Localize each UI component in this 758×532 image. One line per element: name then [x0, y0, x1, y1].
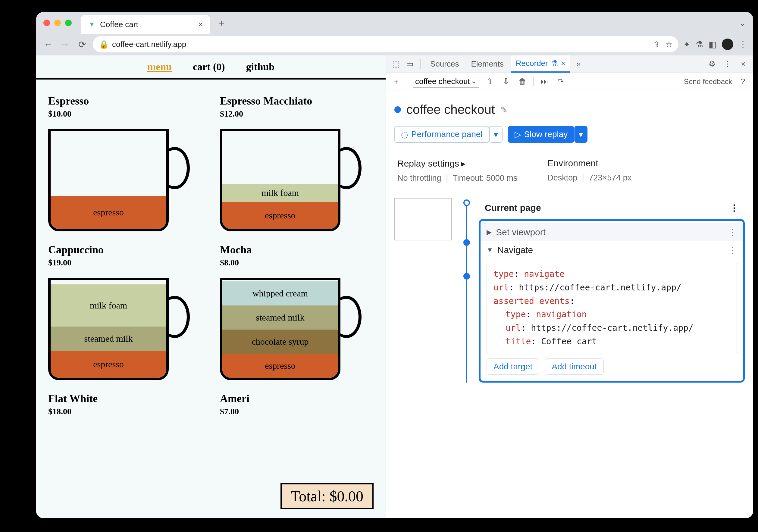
nav-cart[interactable]: cart (0) [193, 61, 225, 73]
product-macchiato[interactable]: Espresso Macchiato $12.00 milk foam espr… [220, 95, 374, 231]
recording-select[interactable]: coffee checkout [413, 76, 479, 88]
kebab-icon[interactable]: ⋮ [728, 245, 737, 255]
kebab-icon[interactable]: ⋮ [728, 227, 737, 237]
product-price: $8.00 [220, 258, 374, 268]
export-icon[interactable]: ⇧ [484, 76, 495, 87]
recorder-toolbar: ＋ coffee checkout ⇧ ⇩ 🗑 ⏭ ↷ Send feedbac… [386, 73, 753, 90]
product-name: Ameri [220, 392, 374, 405]
layer-steamed-milk: steamed milk [222, 306, 338, 330]
replay-settings-heading[interactable]: Replay settings ▸ [397, 158, 517, 169]
profile-avatar[interactable] [722, 39, 733, 50]
share-icon[interactable]: ⇪ [653, 40, 660, 49]
extensions-icon[interactable]: ✦ [683, 40, 690, 50]
inspect-icon[interactable]: ⬚ [390, 58, 401, 70]
step-current-page[interactable]: Current page ⋮ [479, 198, 745, 217]
product-name: Espresso Macchiato [220, 95, 374, 107]
cup-graphic: whipped cream steamed milk chocolate syr… [220, 272, 364, 380]
delete-icon[interactable]: 🗑 [517, 76, 528, 87]
close-window-icon[interactable] [43, 19, 50, 26]
back-button[interactable]: ← [42, 38, 54, 50]
nav-github[interactable]: github [246, 61, 275, 73]
device-toggle-icon[interactable]: ▭ [404, 58, 415, 70]
edit-name-icon[interactable]: ✎ [500, 105, 508, 115]
env-device: Desktop [547, 173, 577, 182]
tab-overflow-icon[interactable]: ⌄ [739, 18, 746, 28]
browser-tab[interactable]: ▼ Coffee cart × [81, 15, 210, 34]
page-content: menu cart (0) github Espresso $10.00 esp… [36, 55, 386, 518]
performance-panel-button[interactable]: ◌ Performance panel [395, 126, 489, 143]
continue-icon[interactable]: ⏭ [539, 76, 550, 87]
tab-elements[interactable]: Elements [466, 55, 508, 73]
tab-sources[interactable]: Sources [426, 55, 464, 73]
slow-replay-button[interactable]: ▷ Slow replay [508, 126, 574, 143]
reload-button[interactable]: ⟳ [76, 38, 88, 50]
sidepanel-icon[interactable]: ◧ [708, 40, 716, 50]
add-target-button[interactable]: Add target [487, 358, 539, 375]
performance-panel-dropdown[interactable]: ▾ [489, 126, 502, 143]
title-bar: ▼ Coffee cart × + ⌄ [36, 12, 753, 34]
help-icon[interactable]: ? [738, 76, 748, 87]
settings-gear-icon[interactable]: ⚙ [706, 58, 718, 70]
tab-close-icon[interactable]: × [198, 19, 203, 29]
timeline-node[interactable] [464, 239, 470, 246]
chevron-right-icon: ▶ [487, 228, 492, 236]
chevron-right-icon: ▸ [461, 158, 465, 169]
timeout-value: Timeout: 5000 ms [453, 174, 517, 183]
product-cappuccino[interactable]: Cappuccino $19.00 milk foam steamed milk… [48, 244, 202, 380]
product-name: Mocha [220, 244, 374, 256]
traffic-lights [43, 19, 72, 26]
product-price: $10.00 [48, 109, 202, 119]
product-flat-white[interactable]: Flat White $18.00 [48, 392, 202, 420]
tab-close-icon[interactable]: × [561, 59, 566, 68]
gauge-icon: ◌ [401, 130, 408, 140]
layer-espresso: espresso [51, 196, 166, 229]
step-icon[interactable]: ↷ [555, 76, 566, 87]
url-text: coffee-cart.netlify.app [112, 40, 186, 49]
devtools-panel: ⬚ ▭ Sources Elements Recorder ⚗ × » ⚙ ⋮ … [386, 55, 753, 518]
step-set-viewport[interactable]: ▶ Set viewport ⋮ [481, 223, 743, 241]
url-bar: ← → ⟳ 🔒 coffee-cart.netlify.app ⇪ ☆ ✦ ⚗ … [36, 34, 753, 55]
nav-menu[interactable]: menu [147, 61, 172, 73]
product-mocha[interactable]: Mocha $8.00 whipped cream steamed milk c… [220, 244, 374, 380]
layer-chocolate-syrup: chocolate syrup [222, 330, 338, 354]
site-nav: menu cart (0) github [36, 55, 386, 80]
environment-heading: Environment [547, 158, 632, 168]
minimize-window-icon[interactable] [54, 19, 61, 26]
kebab-menu-icon[interactable]: ⋮ [722, 58, 733, 70]
navigate-details: type: navigate url: https://coffee-cart.… [487, 262, 737, 354]
maximize-window-icon[interactable] [65, 19, 72, 26]
labs-icon[interactable]: ⚗ [696, 40, 703, 50]
lock-icon: 🔒 [99, 40, 109, 49]
product-espresso[interactable]: Espresso $10.00 espresso [48, 95, 202, 231]
omnibox[interactable]: 🔒 coffee-cart.netlify.app ⇪ ☆ [93, 36, 678, 52]
timeline-node[interactable] [464, 199, 470, 206]
throttling-value: No throttling [397, 174, 441, 183]
cart-total[interactable]: Total: $0.00 [281, 483, 374, 509]
product-americano[interactable]: Ameri $7.00 [220, 392, 374, 420]
browser-menu-icon[interactable]: ⋮ [739, 40, 747, 50]
timeline-node[interactable] [464, 273, 470, 280]
kebab-icon[interactable]: ⋮ [730, 202, 739, 213]
tab-recorder[interactable]: Recorder ⚗ × [511, 55, 570, 73]
more-tabs-icon[interactable]: » [573, 58, 584, 70]
browser-window: ▼ Coffee cart × + ⌄ ← → ⟳ 🔒 coffee-cart.… [36, 12, 753, 518]
add-timeout-button[interactable]: Add timeout [545, 358, 603, 375]
close-devtools-icon[interactable]: × [738, 58, 749, 70]
new-recording-icon[interactable]: ＋ [391, 76, 401, 87]
send-feedback-link[interactable]: Send feedback [684, 78, 732, 86]
import-icon[interactable]: ⇩ [501, 76, 512, 87]
bookmark-icon[interactable]: ☆ [666, 40, 672, 49]
devtools-tabstrip: ⬚ ▭ Sources Elements Recorder ⚗ × » ⚙ ⋮ … [386, 55, 753, 73]
cup-graphic: espresso [48, 123, 193, 231]
layer-espresso: espresso [222, 202, 338, 229]
step-navigate[interactable]: ▼ Navigate ⋮ [481, 241, 743, 259]
layer-steamed-milk: steamed milk [51, 326, 166, 350]
cup-graphic: milk foam espresso [220, 123, 364, 231]
tab-title: Coffee cart [100, 20, 138, 29]
new-tab-button[interactable]: + [216, 17, 227, 28]
forward-button[interactable]: → [59, 38, 71, 50]
layer-milk-foam: milk foam [222, 184, 338, 202]
replay-dropdown[interactable]: ▾ [574, 126, 587, 143]
product-price: $7.00 [220, 407, 374, 416]
product-name: Espresso [48, 95, 202, 107]
